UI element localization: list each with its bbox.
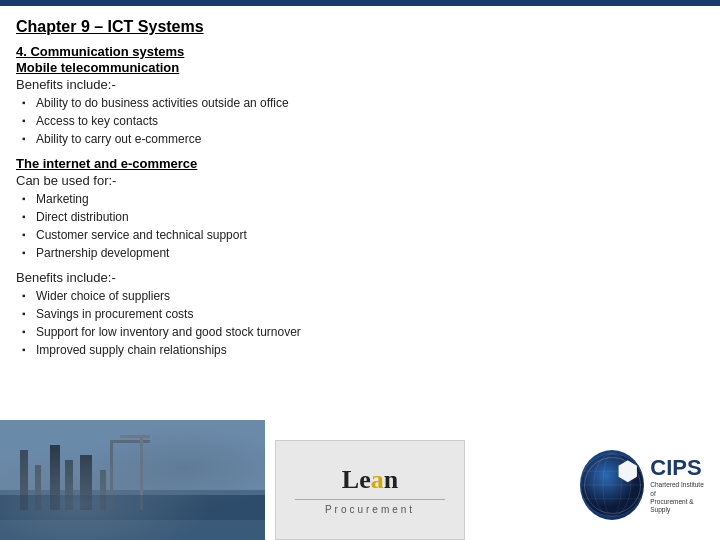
bottom-area: Lean Procurement: [0, 410, 720, 540]
list-item: Support for low inventory and good stock…: [16, 323, 704, 341]
uses-list: Marketing Direct distribution Customer s…: [16, 190, 704, 262]
svg-rect-3: [35, 465, 41, 510]
industrial-image: [0, 420, 265, 540]
list-item: Direct distribution: [16, 208, 704, 226]
benefits-label-2: Benefits include:-: [16, 270, 704, 285]
list-item: Access to key contacts: [16, 112, 704, 130]
cips-text-box: CIPS Chartered Institute ofProcurement &…: [650, 455, 710, 515]
svg-rect-7: [100, 470, 106, 510]
section-benefits-2: Benefits include:- Wider choice of suppl…: [16, 270, 704, 359]
benefits-list-2: Wider choice of suppliers Savings in pro…: [16, 287, 704, 359]
industrial-svg: [0, 420, 265, 540]
benefits-list-1: Ability to do business activities outsid…: [16, 94, 704, 148]
list-item: Improved supply chain relationships: [16, 341, 704, 359]
lean-procurement-text: Procurement: [325, 504, 415, 515]
svg-rect-8: [110, 440, 113, 510]
section-heading-communication: 4. Communication systems: [16, 44, 704, 59]
list-item: Partnership development: [16, 244, 704, 262]
list-item: Savings in procurement costs: [16, 305, 704, 323]
can-be-used-label: Can be used for:-: [16, 173, 704, 188]
cips-description: Chartered Institute ofProcurement & Supp…: [650, 481, 710, 515]
svg-rect-4: [50, 445, 60, 510]
svg-point-17: [603, 454, 621, 516]
title-section: Chapter 9 – ICT Systems: [16, 18, 704, 36]
list-item: Ability to do business activities outsid…: [16, 94, 704, 112]
main-content: Chapter 9 – ICT Systems 4. Communication…: [0, 6, 720, 377]
svg-point-14: [581, 454, 643, 516]
svg-rect-11: [120, 435, 150, 438]
list-item: Marketing: [16, 190, 704, 208]
list-item: Wider choice of suppliers: [16, 287, 704, 305]
cips-badge: CIPS Chartered Institute ofProcurement &…: [580, 450, 710, 520]
svg-rect-10: [140, 435, 143, 510]
list-item: Ability to carry out e-commerce: [16, 130, 704, 148]
cips-globe-circle: [580, 450, 644, 520]
cips-globe-svg: [580, 450, 644, 520]
svg-rect-12: [0, 495, 265, 540]
svg-rect-13: [0, 520, 265, 540]
page-title: Chapter 9 – ICT Systems: [16, 18, 704, 36]
cips-name: CIPS: [650, 455, 710, 481]
section-heading-internet: The internet and e-commerce: [16, 156, 704, 171]
svg-rect-0: [0, 420, 265, 540]
svg-rect-2: [20, 450, 28, 510]
svg-rect-1: [0, 490, 265, 540]
cips-logo-area: CIPS Chartered Institute ofProcurement &…: [580, 430, 710, 540]
benefits-label-1: Benefits include:-: [16, 77, 704, 92]
svg-point-16: [594, 454, 631, 516]
bottom-images: Lean Procurement: [0, 410, 720, 540]
list-item: Customer service and technical support: [16, 226, 704, 244]
svg-rect-5: [65, 460, 73, 510]
lean-procurement-logo: Lean Procurement: [275, 440, 465, 540]
section-subheading-mobile: Mobile telecommunication: [16, 60, 704, 75]
svg-rect-9: [110, 440, 150, 443]
section-communication: 4. Communication systems Mobile telecomm…: [16, 44, 704, 148]
svg-rect-6: [80, 455, 92, 510]
section-internet: The internet and e-commerce Can be used …: [16, 156, 704, 262]
